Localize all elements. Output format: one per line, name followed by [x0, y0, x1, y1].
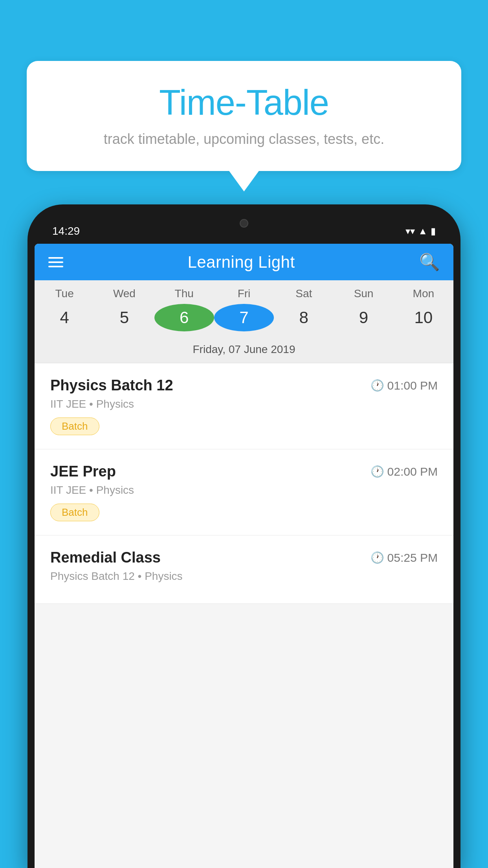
status-icons: ▾▾ ▲ ▮ — [405, 226, 436, 237]
clock-icon: 🕐 — [371, 551, 384, 564]
day-label: Sat — [274, 287, 334, 300]
day-number[interactable]: 6 — [154, 304, 214, 331]
schedule-title: Remedial Class — [50, 549, 161, 566]
schedule-meta: IIT JEE • Physics — [50, 398, 438, 410]
phone-notch — [213, 212, 275, 234]
day-number[interactable]: 9 — [334, 304, 393, 331]
status-time: 14:29 — [52, 225, 80, 237]
day-number[interactable]: 10 — [394, 304, 453, 331]
day-numbers: 45678910 — [35, 302, 453, 338]
day-label: Mon — [394, 287, 453, 300]
day-label: Wed — [94, 287, 154, 300]
schedule-title: Physics Batch 12 — [50, 377, 173, 394]
batch-tag: Batch — [50, 504, 99, 521]
schedule-item-header: Remedial Class 🕐 05:25 PM — [50, 549, 438, 566]
app-title: Learning Light — [187, 253, 295, 272]
batch-tag: Batch — [50, 417, 99, 435]
phone-screen: Learning Light 🔍 TueWedThuFriSatSunMon 4… — [35, 244, 453, 868]
calendar-strip: TueWedThuFriSatSunMon 45678910 Friday, 0… — [35, 280, 453, 363]
day-label: Tue — [35, 287, 94, 300]
phone-frame: 14:29 ▾▾ ▲ ▮ Learning Light 🔍 TueWedThuF… — [28, 204, 460, 868]
schedule-time: 🕐 02:00 PM — [371, 465, 438, 478]
schedule-list: Physics Batch 12 🕐 01:00 PM IIT JEE • Ph… — [35, 363, 453, 604]
day-number[interactable]: 7 — [214, 304, 274, 331]
search-button[interactable]: 🔍 — [419, 252, 440, 272]
schedule-item[interactable]: Physics Batch 12 🕐 01:00 PM IIT JEE • Ph… — [35, 363, 453, 449]
schedule-time: 🕐 05:25 PM — [371, 551, 438, 565]
selected-date-label: Friday, 07 June 2019 — [35, 338, 453, 363]
wifi-icon: ▾▾ — [405, 226, 415, 237]
signal-icon: ▲ — [418, 226, 427, 237]
day-number[interactable]: 5 — [94, 304, 154, 331]
feature-title: Time-Table — [50, 83, 438, 123]
app-header: Learning Light 🔍 — [35, 244, 453, 280]
schedule-meta: Physics Batch 12 • Physics — [50, 570, 438, 583]
clock-icon: 🕐 — [371, 379, 384, 392]
day-label: Thu — [154, 287, 214, 300]
day-label: Sun — [334, 287, 393, 300]
schedule-time: 🕐 01:00 PM — [371, 379, 438, 392]
camera — [240, 219, 248, 228]
feature-subtitle: track timetable, upcoming classes, tests… — [50, 131, 438, 147]
speech-bubble: Time-Table track timetable, upcoming cla… — [27, 61, 461, 171]
schedule-item-header: JEE Prep 🕐 02:00 PM — [50, 463, 438, 480]
schedule-title: JEE Prep — [50, 463, 116, 480]
battery-icon: ▮ — [431, 226, 436, 237]
menu-button[interactable] — [48, 257, 63, 267]
day-number[interactable]: 4 — [35, 304, 94, 331]
status-bar: 14:29 ▾▾ ▲ ▮ — [35, 212, 453, 244]
day-label: Fri — [214, 287, 274, 300]
schedule-item[interactable]: Remedial Class 🕐 05:25 PM Physics Batch … — [35, 535, 453, 604]
day-headers: TueWedThuFriSatSunMon — [35, 280, 453, 302]
day-number[interactable]: 8 — [274, 304, 334, 331]
schedule-meta: IIT JEE • Physics — [50, 484, 438, 497]
schedule-item-header: Physics Batch 12 🕐 01:00 PM — [50, 377, 438, 394]
clock-icon: 🕐 — [371, 465, 384, 478]
schedule-item[interactable]: JEE Prep 🕐 02:00 PM IIT JEE • Physics Ba… — [35, 449, 453, 535]
